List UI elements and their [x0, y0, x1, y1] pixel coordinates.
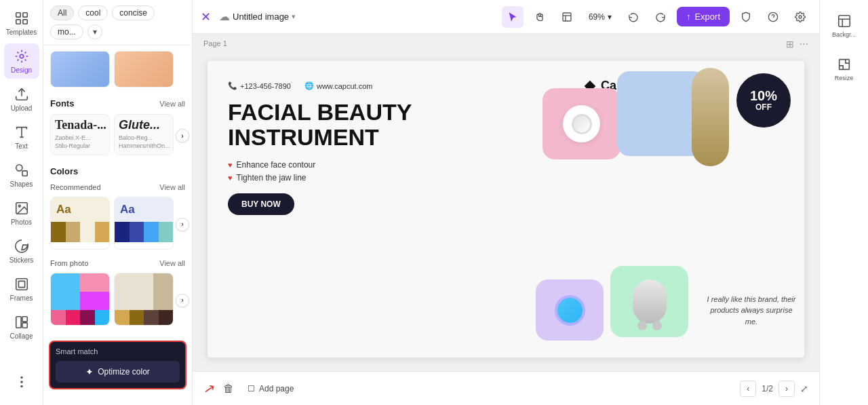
undo-button[interactable] — [623, 6, 644, 28]
shield-icon — [741, 12, 751, 22]
tab-concise[interactable]: concise — [112, 5, 155, 20]
svg-point-4 — [20, 54, 24, 58]
svg-rect-14 — [16, 316, 20, 328]
colors-title: Colors — [50, 166, 78, 176]
font-card-1[interactable]: Tenada-... Zaobei X-E...Stilu-Regular — [50, 114, 110, 155]
heart-icon-2: ♥ — [228, 174, 233, 182]
style-thumb-2[interactable] — [114, 51, 174, 88]
buy-button[interactable]: BUY NOW — [228, 193, 294, 215]
style-thumb-1[interactable] — [50, 51, 110, 88]
sidebar-item-frames[interactable]: Frames — [4, 271, 39, 307]
color-cards-row: Aa Aa › — [43, 194, 192, 255]
banner-bullets: ♥ Enhance face contour ♥ Tighten the jaw… — [228, 160, 515, 182]
tab-expand-button[interactable]: ▾ — [87, 24, 102, 39]
photo-card-1[interactable] — [50, 273, 110, 326]
fonts-title: Fonts — [50, 98, 74, 109]
sidebar-item-label: Text — [15, 142, 27, 150]
page-action-more-icon[interactable]: ··· — [800, 38, 808, 50]
hand-tool-button[interactable] — [529, 6, 551, 28]
product-card-pink — [542, 88, 620, 159]
svg-rect-0 — [16, 12, 20, 16]
fit-page-icon[interactable]: ⤢ — [800, 383, 808, 394]
heading-line1: FACIAL BEAUTY — [228, 99, 412, 125]
add-page-icon: ☐ — [248, 384, 255, 393]
help-button[interactable] — [762, 6, 784, 28]
heart-icon-1: ♥ — [228, 161, 233, 169]
next-page-button[interactable]: › — [778, 381, 795, 397]
tab-all[interactable]: All — [50, 5, 74, 20]
from-photo-view-all[interactable]: View all — [159, 259, 185, 267]
right-panel-resize[interactable]: Resize — [824, 49, 865, 90]
sidebar-item-collage[interactable]: Collage — [4, 309, 39, 345]
banner-heading: FACIAL BEAUTY INSTRUMENT — [228, 100, 515, 151]
banner-left: 📞 +123-456-7890 🌐 www.capcut.com FACIAL … — [208, 61, 536, 358]
svg-rect-1 — [22, 12, 26, 16]
color-cards-next-button[interactable]: › — [176, 218, 189, 231]
sidebar-item-templates[interactable]: Templates — [4, 5, 39, 41]
upload-icon — [14, 87, 29, 102]
shield-button[interactable] — [735, 6, 757, 28]
doc-title-chevron[interactable]: ▾ — [292, 12, 296, 21]
prev-page-button[interactable]: ‹ — [740, 381, 756, 397]
photo-cards-next-button[interactable]: › — [176, 294, 189, 307]
page-actions: ⊞ ··· — [786, 38, 808, 50]
phone-number: +123-456-7890 — [240, 82, 291, 90]
sidebar-item-upload[interactable]: Upload — [4, 81, 39, 117]
svg-point-11 — [18, 205, 20, 207]
photo-card-2[interactable] — [114, 273, 174, 326]
cursor-tool-button[interactable] — [502, 6, 524, 28]
layout-tool-button[interactable] — [556, 6, 578, 28]
svg-rect-20 — [563, 13, 571, 21]
fonts-next-button[interactable]: › — [176, 129, 189, 142]
optimize-color-button[interactable]: ✦ Optimize color — [56, 361, 180, 383]
product-device-pink — [563, 105, 600, 142]
sidebar-item-design[interactable]: Design — [4, 43, 39, 79]
from-photo-header: From photo View all — [43, 255, 192, 270]
settings-button[interactable] — [789, 6, 811, 28]
export-button[interactable]: ↑ Export — [677, 7, 730, 26]
sidebar-item-shapes[interactable]: Shapes — [4, 157, 39, 193]
resize-label: Resize — [835, 75, 854, 81]
fonts-view-all[interactable]: View all — [159, 100, 185, 108]
canvas-page[interactable]: 📞 +123-456-7890 🌐 www.capcut.com FACIAL … — [208, 61, 804, 358]
website-url: www.capcut.com — [317, 82, 373, 90]
sidebar-item-stickers[interactable]: Stickers — [4, 233, 39, 269]
add-page-button[interactable]: ☐ Add page — [242, 381, 299, 396]
product-device-green — [633, 279, 667, 324]
fonts-section-header: Fonts View all — [43, 93, 192, 111]
sidebar-item-label: Collage — [10, 332, 33, 340]
sidebar-item-more[interactable] — [4, 364, 39, 400]
sidebar-item-text[interactable]: Text — [4, 119, 39, 155]
zoom-chevron-icon: ▾ — [608, 12, 612, 22]
stickers-icon — [14, 239, 29, 254]
colors-section-header: Colors — [43, 161, 192, 179]
font-card-2[interactable]: Glute... Baloo-Reg...HammersmithOn... — [114, 114, 174, 155]
redo-button[interactable] — [650, 6, 671, 28]
sidebar-item-label: Shapes — [10, 180, 33, 188]
page-label: Page 1 — [203, 39, 227, 47]
delete-button[interactable]: 🗑 — [223, 383, 234, 395]
zoom-button[interactable]: 69% ▾ — [583, 9, 617, 24]
svg-rect-12 — [16, 278, 27, 290]
right-panel-background[interactable]: Backgr... — [824, 5, 865, 46]
color-card-warm[interactable]: Aa — [50, 197, 110, 250]
canvas-container[interactable]: Page 1 ⊞ ··· 📞 +123-456-7890 🌐 www.capc — [193, 34, 819, 371]
recommended-view-all[interactable]: View all — [159, 183, 185, 191]
contact-website: 🌐 www.capcut.com — [304, 81, 373, 90]
font-sub-2: Baloo-Reg...HammersmithOn... — [119, 134, 169, 151]
sidebar-item-photos[interactable]: Photos — [4, 195, 39, 231]
optimize-icon: ✦ — [85, 366, 94, 377]
tab-more-options[interactable]: mo... — [50, 24, 83, 39]
more-icon — [14, 374, 29, 389]
gear-icon — [795, 12, 806, 22]
svg-rect-15 — [22, 316, 26, 321]
page-action-thumbnail-icon[interactable]: ⊞ — [786, 39, 794, 50]
page-indicator: 1/2 — [762, 384, 773, 393]
bullet-text-2: Tighten the jaw line — [237, 173, 307, 182]
style-thumbnails — [43, 45, 192, 93]
panel-tabs: All cool concise mo... ▾ — [43, 0, 192, 45]
color-card-cool[interactable]: Aa — [114, 197, 174, 250]
tab-cool[interactable]: cool — [78, 5, 108, 20]
font-name-1: Tenada-... — [55, 119, 105, 132]
sidebar-item-label: Photos — [11, 218, 32, 226]
